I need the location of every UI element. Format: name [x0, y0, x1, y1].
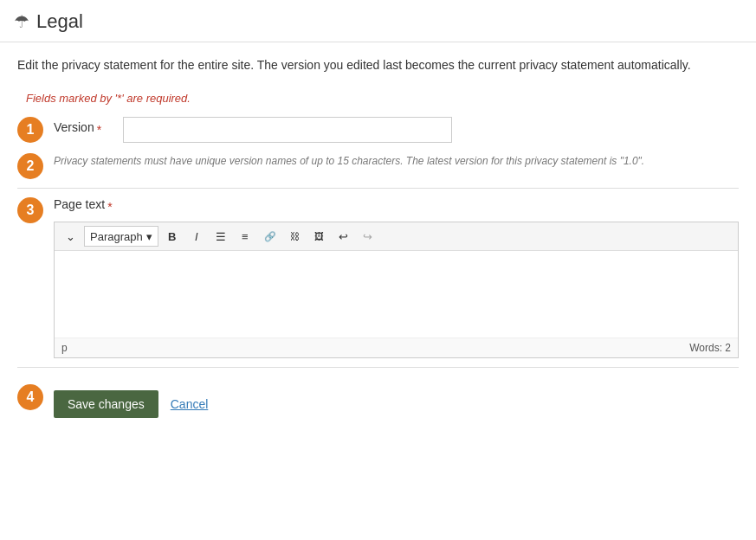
version-row: Version * — [54, 117, 739, 143]
unlink-icon: ⛓ — [290, 231, 300, 241]
unordered-list-button[interactable]: ☰ — [210, 226, 231, 247]
link-icon: 🔗 — [264, 231, 276, 242]
ordered-list-icon: ≡ — [242, 230, 249, 243]
toolbar-chevron-btn[interactable]: ⌄ — [60, 226, 81, 247]
image-button[interactable]: 🖼 — [309, 226, 330, 247]
undo-icon: ↩ — [339, 230, 348, 243]
editor-container: ⌄ Paragraph ▾ B I ☰ — [54, 222, 739, 358]
page-title: Legal — [36, 10, 83, 33]
image-icon: 🖼 — [314, 231, 324, 241]
paragraph-label: Paragraph — [90, 230, 143, 243]
editor-toolbar: ⌄ Paragraph ▾ B I ☰ — [55, 222, 738, 251]
unordered-list-icon: ☰ — [216, 230, 226, 243]
legal-icon: ☂ — [14, 11, 29, 32]
ordered-list-button[interactable]: ≡ — [235, 226, 255, 247]
page-content: Edit the privacy statement for the entir… — [0, 42, 756, 442]
step1-badge: 1 — [17, 117, 43, 143]
version-input[interactable] — [123, 117, 452, 143]
divider1 — [17, 188, 739, 189]
step1-row: 1 Version * — [17, 117, 739, 143]
step1-content: Version * — [54, 117, 739, 143]
link-button[interactable]: 🔗 — [259, 226, 281, 247]
editor-tag: p — [61, 342, 68, 354]
step4-badge: 4 — [17, 384, 43, 410]
divider2 — [17, 367, 739, 368]
bold-icon: B — [168, 230, 176, 243]
save-button[interactable]: Save changes — [54, 390, 158, 418]
cancel-button[interactable]: Cancel — [171, 397, 209, 411]
italic-icon: I — [195, 230, 198, 243]
editor-body[interactable] — [55, 251, 738, 338]
actions-row: Save changes Cancel — [54, 390, 739, 418]
redo-icon: ↪ — [363, 230, 372, 243]
editor-footer: p Words: 2 — [55, 338, 738, 357]
version-label-area: Version * — [54, 120, 123, 139]
step2-row: 2 Privacy statements must have unique ve… — [17, 153, 739, 179]
page-text-label-row: Page text * — [54, 197, 739, 216]
step3-badge: 3 — [17, 197, 43, 223]
paragraph-select[interactable]: Paragraph ▾ — [84, 226, 158, 247]
page-text-label: Page text — [54, 197, 105, 211]
step4-row: 4 Save changes Cancel — [17, 376, 739, 418]
version-required-star: * — [97, 123, 101, 137]
page-header: ☂ Legal — [0, 0, 756, 42]
dropdown-arrow-icon: ▾ — [146, 230, 152, 243]
undo-button[interactable]: ↩ — [333, 226, 354, 247]
step2-content: Privacy statements must have unique vers… — [54, 153, 739, 169]
italic-button[interactable]: I — [186, 226, 207, 247]
version-hint: Privacy statements must have unique vers… — [54, 155, 644, 167]
version-label: Version — [54, 120, 94, 134]
chevron-down-icon: ⌄ — [66, 230, 75, 243]
bold-button[interactable]: B — [162, 226, 183, 247]
words-count: Words: 2 — [689, 342, 731, 354]
step4-content: Save changes Cancel — [54, 376, 739, 418]
required-note: Fields marked by '*' are required. — [26, 92, 739, 105]
redo-button[interactable]: ↪ — [358, 226, 378, 247]
unlink-button[interactable]: ⛓ — [285, 226, 306, 247]
description-text: Edit the privacy statement for the entir… — [17, 56, 739, 74]
step3-content: Page text * ⌄ Paragraph ▾ B — [54, 197, 739, 358]
step2-badge: 2 — [17, 153, 43, 179]
step3-row: 3 Page text * ⌄ Paragraph ▾ — [17, 197, 739, 358]
page-text-required: * — [107, 200, 112, 214]
form-section: Fields marked by '*' are required. 1 Ver… — [17, 92, 739, 418]
